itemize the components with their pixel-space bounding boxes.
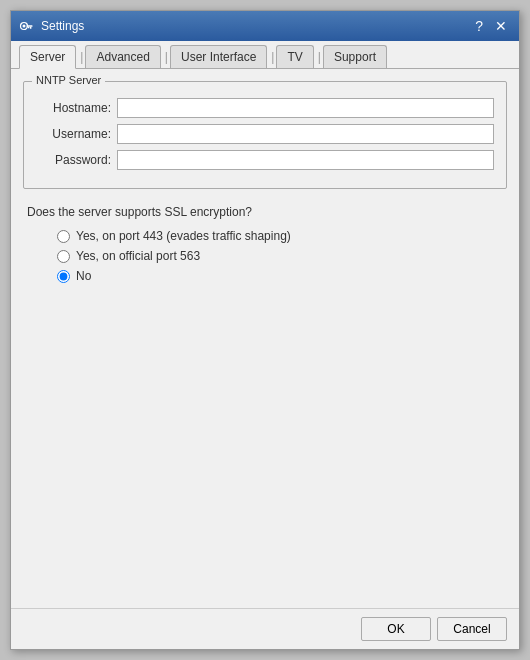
- ssl-label-563: Yes, on official port 563: [76, 249, 200, 263]
- tab-separator-1: |: [78, 50, 85, 68]
- ssl-option-no: No: [57, 269, 507, 283]
- username-label: Username:: [36, 127, 111, 141]
- tab-bar: Server | Advanced | User Interface | TV …: [11, 41, 519, 69]
- ssl-section: Does the server supports SSL encryption?…: [23, 205, 507, 283]
- svg-rect-2: [27, 25, 33, 26]
- cancel-button[interactable]: Cancel: [437, 617, 507, 641]
- nntp-server-group: NNTP Server Hostname: Username: Password…: [23, 81, 507, 189]
- key-icon: [19, 18, 35, 34]
- username-input[interactable]: [117, 124, 494, 144]
- ssl-question: Does the server supports SSL encryption?: [27, 205, 507, 219]
- tab-separator-4: |: [316, 50, 323, 68]
- settings-window: Settings ? ✕ Server | Advanced | User In…: [10, 10, 520, 650]
- nntp-server-title: NNTP Server: [32, 74, 105, 86]
- ssl-option-563: Yes, on official port 563: [57, 249, 507, 263]
- tab-separator-2: |: [163, 50, 170, 68]
- title-bar: Settings ? ✕: [11, 11, 519, 41]
- title-bar-left: Settings: [19, 18, 84, 34]
- ssl-label-no: No: [76, 269, 91, 283]
- title-bar-buttons: ? ✕: [471, 19, 511, 33]
- ssl-radio-group: Yes, on port 443 (evades traffic shaping…: [27, 229, 507, 283]
- tab-advanced[interactable]: Advanced: [85, 45, 160, 68]
- password-label: Password:: [36, 153, 111, 167]
- tab-tv[interactable]: TV: [276, 45, 313, 68]
- ssl-radio-443[interactable]: [57, 230, 70, 243]
- close-button[interactable]: ✕: [491, 19, 511, 33]
- help-button[interactable]: ?: [471, 19, 487, 33]
- ssl-radio-no[interactable]: [57, 270, 70, 283]
- svg-point-1: [23, 25, 26, 28]
- svg-rect-3: [30, 27, 31, 29]
- password-input[interactable]: [117, 150, 494, 170]
- hostname-label: Hostname:: [36, 101, 111, 115]
- svg-rect-4: [28, 27, 29, 29]
- hostname-input[interactable]: [117, 98, 494, 118]
- ok-button[interactable]: OK: [361, 617, 431, 641]
- hostname-row: Hostname:: [36, 98, 494, 118]
- tab-separator-3: |: [269, 50, 276, 68]
- password-row: Password:: [36, 150, 494, 170]
- footer: OK Cancel: [11, 608, 519, 649]
- tab-support[interactable]: Support: [323, 45, 387, 68]
- ssl-option-443: Yes, on port 443 (evades traffic shaping…: [57, 229, 507, 243]
- username-row: Username:: [36, 124, 494, 144]
- tab-user-interface[interactable]: User Interface: [170, 45, 267, 68]
- ssl-radio-563[interactable]: [57, 250, 70, 263]
- tab-server[interactable]: Server: [19, 45, 76, 69]
- content-area: NNTP Server Hostname: Username: Password…: [11, 69, 519, 608]
- window-title: Settings: [41, 19, 84, 33]
- ssl-label-443: Yes, on port 443 (evades traffic shaping…: [76, 229, 291, 243]
